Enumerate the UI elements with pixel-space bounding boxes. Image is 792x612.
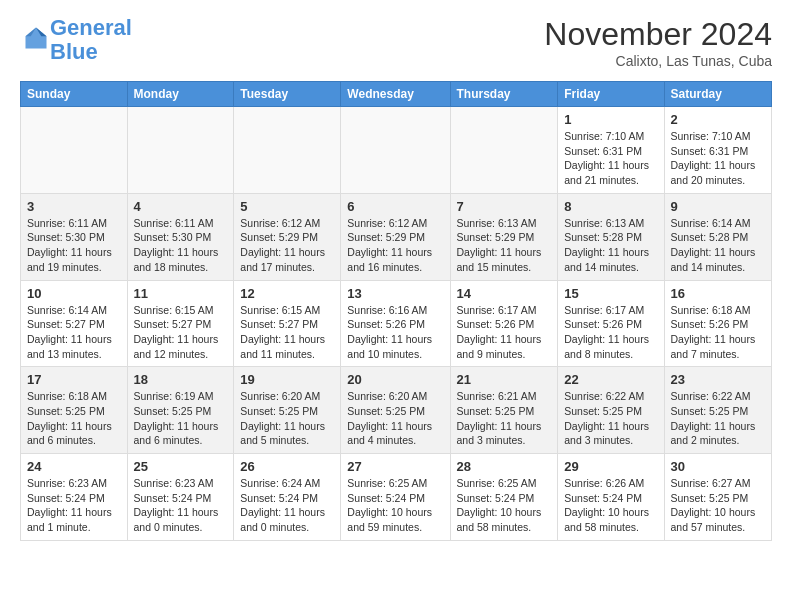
calendar-cell: 23Sunrise: 6:22 AMSunset: 5:25 PMDayligh… [664,367,771,454]
day-number: 13 [347,286,443,301]
calendar-cell: 30Sunrise: 6:27 AMSunset: 5:25 PMDayligh… [664,454,771,541]
day-number: 19 [240,372,334,387]
calendar-header: Sunday Monday Tuesday Wednesday Thursday… [21,82,772,107]
calendar-cell: 15Sunrise: 6:17 AMSunset: 5:26 PMDayligh… [558,280,664,367]
day-info: Sunrise: 6:19 AMSunset: 5:25 PMDaylight:… [134,389,228,448]
day-info: Sunrise: 6:15 AMSunset: 5:27 PMDaylight:… [134,303,228,362]
day-number: 23 [671,372,765,387]
day-info: Sunrise: 6:11 AMSunset: 5:30 PMDaylight:… [27,216,121,275]
calendar-cell: 17Sunrise: 6:18 AMSunset: 5:25 PMDayligh… [21,367,128,454]
day-number: 11 [134,286,228,301]
header-monday: Monday [127,82,234,107]
title-block: November 2024 Calixto, Las Tunas, Cuba [544,16,772,69]
day-info: Sunrise: 6:13 AMSunset: 5:29 PMDaylight:… [457,216,552,275]
day-info: Sunrise: 6:20 AMSunset: 5:25 PMDaylight:… [240,389,334,448]
calendar-cell: 1Sunrise: 7:10 AMSunset: 6:31 PMDaylight… [558,107,664,194]
day-info: Sunrise: 7:10 AMSunset: 6:31 PMDaylight:… [564,129,657,188]
logo-general: General [50,15,132,40]
day-number: 26 [240,459,334,474]
header: General Blue November 2024 Calixto, Las … [20,16,772,69]
day-info: Sunrise: 6:15 AMSunset: 5:27 PMDaylight:… [240,303,334,362]
day-info: Sunrise: 6:23 AMSunset: 5:24 PMDaylight:… [134,476,228,535]
day-number: 25 [134,459,228,474]
page: General Blue November 2024 Calixto, Las … [0,0,792,557]
calendar-cell: 5Sunrise: 6:12 AMSunset: 5:29 PMDaylight… [234,193,341,280]
svg-marker-1 [26,28,47,49]
logo-icon [22,24,50,52]
day-number: 6 [347,199,443,214]
calendar-cell [341,107,450,194]
day-info: Sunrise: 6:25 AMSunset: 5:24 PMDaylight:… [457,476,552,535]
calendar-cell: 19Sunrise: 6:20 AMSunset: 5:25 PMDayligh… [234,367,341,454]
calendar-week-3: 10Sunrise: 6:14 AMSunset: 5:27 PMDayligh… [21,280,772,367]
header-sunday: Sunday [21,82,128,107]
day-info: Sunrise: 7:10 AMSunset: 6:31 PMDaylight:… [671,129,765,188]
day-info: Sunrise: 6:12 AMSunset: 5:29 PMDaylight:… [347,216,443,275]
calendar-cell: 20Sunrise: 6:20 AMSunset: 5:25 PMDayligh… [341,367,450,454]
day-info: Sunrise: 6:24 AMSunset: 5:24 PMDaylight:… [240,476,334,535]
day-info: Sunrise: 6:22 AMSunset: 5:25 PMDaylight:… [671,389,765,448]
calendar-cell: 28Sunrise: 6:25 AMSunset: 5:24 PMDayligh… [450,454,558,541]
calendar-table: Sunday Monday Tuesday Wednesday Thursday… [20,81,772,541]
day-number: 22 [564,372,657,387]
header-tuesday: Tuesday [234,82,341,107]
day-number: 24 [27,459,121,474]
day-info: Sunrise: 6:21 AMSunset: 5:25 PMDaylight:… [457,389,552,448]
day-number: 7 [457,199,552,214]
day-number: 3 [27,199,121,214]
header-thursday: Thursday [450,82,558,107]
calendar-week-1: 1Sunrise: 7:10 AMSunset: 6:31 PMDaylight… [21,107,772,194]
logo-blue: Blue [50,39,98,64]
calendar-cell: 29Sunrise: 6:26 AMSunset: 5:24 PMDayligh… [558,454,664,541]
calendar-cell: 21Sunrise: 6:21 AMSunset: 5:25 PMDayligh… [450,367,558,454]
day-number: 2 [671,112,765,127]
calendar-cell: 11Sunrise: 6:15 AMSunset: 5:27 PMDayligh… [127,280,234,367]
calendar-cell: 26Sunrise: 6:24 AMSunset: 5:24 PMDayligh… [234,454,341,541]
day-number: 17 [27,372,121,387]
calendar-cell: 13Sunrise: 6:16 AMSunset: 5:26 PMDayligh… [341,280,450,367]
day-number: 1 [564,112,657,127]
calendar-cell: 22Sunrise: 6:22 AMSunset: 5:25 PMDayligh… [558,367,664,454]
day-number: 29 [564,459,657,474]
day-number: 15 [564,286,657,301]
day-number: 27 [347,459,443,474]
day-info: Sunrise: 6:18 AMSunset: 5:25 PMDaylight:… [27,389,121,448]
day-info: Sunrise: 6:22 AMSunset: 5:25 PMDaylight:… [564,389,657,448]
calendar-cell: 27Sunrise: 6:25 AMSunset: 5:24 PMDayligh… [341,454,450,541]
header-friday: Friday [558,82,664,107]
day-info: Sunrise: 6:17 AMSunset: 5:26 PMDaylight:… [457,303,552,362]
day-number: 8 [564,199,657,214]
calendar-cell [234,107,341,194]
day-info: Sunrise: 6:14 AMSunset: 5:27 PMDaylight:… [27,303,121,362]
day-number: 18 [134,372,228,387]
calendar-cell: 8Sunrise: 6:13 AMSunset: 5:28 PMDaylight… [558,193,664,280]
calendar-cell: 14Sunrise: 6:17 AMSunset: 5:26 PMDayligh… [450,280,558,367]
calendar-cell: 9Sunrise: 6:14 AMSunset: 5:28 PMDaylight… [664,193,771,280]
calendar-cell: 24Sunrise: 6:23 AMSunset: 5:24 PMDayligh… [21,454,128,541]
day-info: Sunrise: 6:11 AMSunset: 5:30 PMDaylight:… [134,216,228,275]
logo: General Blue [20,16,132,64]
day-info: Sunrise: 6:14 AMSunset: 5:28 PMDaylight:… [671,216,765,275]
day-info: Sunrise: 6:25 AMSunset: 5:24 PMDaylight:… [347,476,443,535]
calendar-cell: 12Sunrise: 6:15 AMSunset: 5:27 PMDayligh… [234,280,341,367]
calendar-cell: 16Sunrise: 6:18 AMSunset: 5:26 PMDayligh… [664,280,771,367]
day-number: 20 [347,372,443,387]
calendar-body: 1Sunrise: 7:10 AMSunset: 6:31 PMDaylight… [21,107,772,541]
day-number: 9 [671,199,765,214]
calendar-cell: 6Sunrise: 6:12 AMSunset: 5:29 PMDaylight… [341,193,450,280]
day-number: 30 [671,459,765,474]
calendar-cell [21,107,128,194]
calendar-cell [450,107,558,194]
header-saturday: Saturday [664,82,771,107]
location-subtitle: Calixto, Las Tunas, Cuba [544,53,772,69]
weekday-row: Sunday Monday Tuesday Wednesday Thursday… [21,82,772,107]
calendar-cell: 10Sunrise: 6:14 AMSunset: 5:27 PMDayligh… [21,280,128,367]
day-info: Sunrise: 6:27 AMSunset: 5:25 PMDaylight:… [671,476,765,535]
calendar-week-2: 3Sunrise: 6:11 AMSunset: 5:30 PMDaylight… [21,193,772,280]
day-info: Sunrise: 6:17 AMSunset: 5:26 PMDaylight:… [564,303,657,362]
calendar-cell: 3Sunrise: 6:11 AMSunset: 5:30 PMDaylight… [21,193,128,280]
day-number: 4 [134,199,228,214]
calendar-cell: 7Sunrise: 6:13 AMSunset: 5:29 PMDaylight… [450,193,558,280]
calendar-cell: 18Sunrise: 6:19 AMSunset: 5:25 PMDayligh… [127,367,234,454]
calendar-cell [127,107,234,194]
